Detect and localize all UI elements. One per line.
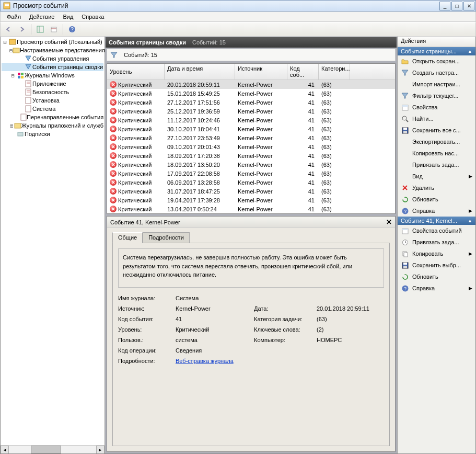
help-button[interactable]: ? [66, 24, 78, 35]
event-row[interactable]: ✕Критический11.12.2017 10:24:46Kernel-Po… [107, 116, 395, 124]
menu-view[interactable]: Вид [59, 13, 77, 21]
main-header-count: Событий: 15 [192, 39, 226, 46]
action-save-all[interactable]: Сохранить все с... [398, 124, 475, 136]
action-help[interactable]: ? Справка ▶ [398, 205, 475, 217]
event-row[interactable]: ✕Критический18.09.2017 17:20:38Kernel-Po… [107, 151, 395, 160]
col-level[interactable]: Уровень [107, 64, 165, 80]
action-attach-task2[interactable]: Привязать зада... [398, 236, 475, 248]
event-source: Kernel-Power [235, 197, 287, 203]
col-source[interactable]: Источник [235, 64, 287, 80]
event-row[interactable]: ✕Критический13.04.2017 0:50:24Kernel-Pow… [107, 205, 395, 213]
tree-custom-views[interactable]: ⊟ Настраиваемые представления [2, 46, 103, 54]
action-refresh[interactable]: Обновить [398, 194, 475, 205]
action-properties[interactable]: Свойства [398, 101, 475, 113]
action-copy[interactable]: Копировать ▶ [398, 248, 475, 259]
forward-button[interactable] [16, 24, 28, 35]
event-date: 06.09.2017 13:28:58 [165, 179, 235, 186]
event-row[interactable]: ✕Критический20.01.2018 20:59:11Kernel-Po… [107, 80, 395, 89]
val-date: 20.01.2018 20:59:11 [317, 305, 390, 312]
tree-security[interactable]: Безопасность [2, 88, 103, 96]
event-source: Kernel-Power [235, 99, 287, 106]
tree-forwarded[interactable]: Перенаправленные события [2, 113, 103, 121]
svg-rect-14 [21, 76, 24, 78]
details-pane: Событие 41, Kernel-Power ✕ Общие Подробн… [107, 216, 396, 452]
event-row[interactable]: ✕Критический27.12.2017 17:51:56Kernel-Po… [107, 98, 395, 107]
back-button[interactable] [3, 24, 14, 35]
event-date: 11.12.2017 10:24:46 [165, 117, 235, 123]
help-link[interactable]: Веб-справка журнала [176, 358, 234, 364]
minimize-button[interactable]: _ [439, 2, 450, 10]
event-code: 41 [287, 188, 319, 195]
event-row[interactable]: ✕Критический06.09.2017 13:28:58Kernel-Po… [107, 178, 395, 187]
action-filter[interactable]: Фильтр текущег... [398, 90, 475, 101]
event-date: 27.10.2017 23:53:49 [165, 135, 235, 141]
actions-group2[interactable]: Событие 41, Kernel...▲ [398, 217, 475, 225]
tree-horizontal-scrollbar[interactable]: ◄ ► [1, 445, 105, 453]
action-open-saved[interactable]: Открыть сохран... [398, 55, 475, 67]
menu-action[interactable]: Действие [25, 13, 59, 21]
actions-group1[interactable]: События страницы...▲ [398, 47, 475, 55]
action-event-props[interactable]: Свойства событий [398, 225, 475, 236]
tree-subscriptions[interactable]: Подписки [2, 130, 103, 138]
tree-application[interactable]: Приложение [2, 80, 103, 88]
close-button[interactable]: ✕ [463, 2, 474, 10]
event-date: 13.04.2017 0:50:24 [165, 206, 235, 212]
lbl-eventcode: Код события: [118, 316, 176, 322]
event-category: (63) [319, 82, 350, 88]
action-save-selected[interactable]: Сохранить выбр... [398, 259, 475, 271]
event-row[interactable]: ✕Критический31.07.2017 18:47:25Kernel-Po… [107, 187, 395, 196]
event-row[interactable]: ✕Критический15.01.2018 15:49:25Kernel-Po… [107, 89, 395, 98]
action-attach-task[interactable]: Привязать зада... [398, 159, 475, 171]
event-source: Kernel-Power [235, 135, 287, 141]
view-icon [401, 172, 409, 180]
error-icon: ✕ [110, 179, 117, 186]
event-row[interactable]: ✕Критический18.09.2017 13:50:20Kernel-Po… [107, 160, 395, 169]
action-refresh2[interactable]: Обновить [398, 271, 475, 282]
tree-win-logs[interactable]: ⊟ Журналы Windows [2, 71, 103, 80]
action-help2[interactable]: ? Справка ▶ [398, 282, 475, 294]
tree-app-service[interactable]: ⊞ Журналы приложений и служб [2, 121, 103, 130]
action-view[interactable]: Вид ▶ [398, 171, 475, 182]
tab-general[interactable]: Общие [112, 232, 143, 243]
col-category[interactable]: Категори... [319, 64, 350, 80]
action-create-custom[interactable]: Создать настра... [398, 67, 475, 78]
event-level: Критический [118, 153, 152, 159]
tab-details[interactable]: Подробности [143, 232, 190, 243]
event-row[interactable]: ✕Критический09.10.2017 20:01:43Kernel-Po… [107, 142, 395, 151]
menu-help[interactable]: Справка [77, 13, 108, 21]
action-find[interactable]: Найти... [398, 113, 475, 124]
toolbar: ? [0, 22, 476, 37]
menu-file[interactable]: Файл [3, 13, 25, 21]
event-category: (63) [319, 108, 350, 115]
col-eventcode[interactable]: Код соб... [287, 64, 319, 80]
event-row[interactable]: ✕Критический17.09.2017 22:08:58Kernel-Po… [107, 169, 395, 178]
val-opcode: Сведения [176, 347, 254, 354]
event-category: (63) [319, 162, 350, 168]
svg-rect-23 [21, 114, 26, 120]
action-copy-custom[interactable]: Копировать нас... [398, 147, 475, 159]
event-row[interactable]: ✕Критический19.04.2017 17:39:28Kernel-Po… [107, 196, 395, 205]
event-level: Критический [118, 179, 152, 186]
tree-setup[interactable]: Установка [2, 96, 103, 105]
help-icon: ? [401, 284, 409, 292]
tree-system[interactable]: Система [2, 105, 103, 113]
tree-root[interactable]: ⊟ Просмотр событий (Локальный) [2, 38, 103, 46]
details-close-button[interactable]: ✕ [386, 218, 392, 226]
properties-button[interactable] [48, 24, 60, 35]
event-category: (63) [319, 153, 350, 159]
event-row[interactable]: ✕Критический27.10.2017 23:53:49Kernel-Po… [107, 133, 395, 142]
maximize-button[interactable]: □ [451, 2, 462, 10]
event-source: Kernel-Power [235, 162, 287, 168]
show-tree-button[interactable] [34, 24, 46, 35]
svg-rect-45 [403, 263, 407, 265]
action-delete[interactable]: Удалить [398, 182, 475, 194]
action-export[interactable]: Экспортировать... [398, 136, 475, 147]
svg-text:?: ? [71, 27, 74, 32]
tree-admin-events[interactable]: События управления [2, 54, 103, 63]
col-datetime[interactable]: Дата и время [165, 64, 235, 80]
action-import[interactable]: Импорт настраи... [398, 78, 475, 90]
properties-icon [401, 226, 409, 235]
tree-summary-events[interactable]: События страницы сводки [2, 63, 103, 71]
event-row[interactable]: ✕Критический25.12.2017 19:36:59Kernel-Po… [107, 107, 395, 116]
event-row[interactable]: ✕Критический30.10.2017 18:04:41Kernel-Po… [107, 124, 395, 133]
